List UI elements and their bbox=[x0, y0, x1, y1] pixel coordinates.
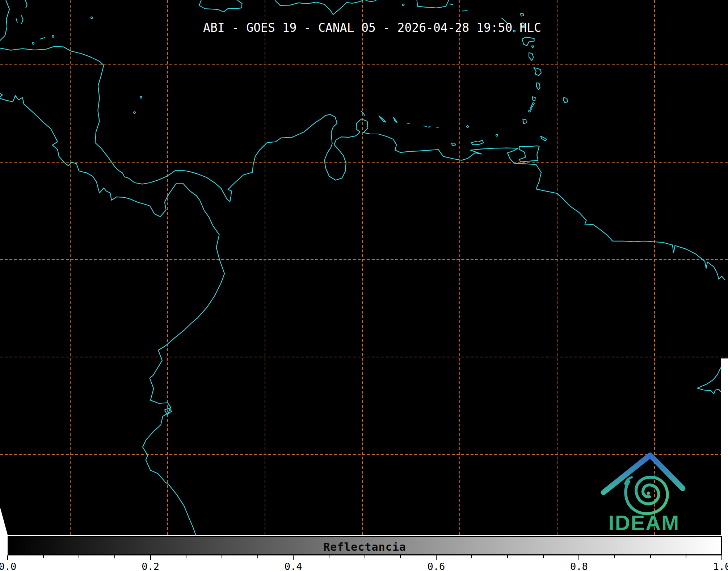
colorbar-minor-tick bbox=[114, 555, 115, 558]
colorbar-minor-tick bbox=[186, 555, 186, 558]
satellite-map: ABI - GOES 19 - CANAL 05 - 2026-04-28 19… bbox=[0, 0, 728, 571]
coastline-los-roques-a bbox=[424, 126, 427, 126]
colorbar-tick-label: 1.0 bbox=[713, 561, 728, 571]
colorbar-major-tick bbox=[7, 555, 8, 560]
colorbar-minor-tick bbox=[471, 555, 472, 558]
map-title: ABI - GOES 19 - CANAL 05 - 2026-04-28 19… bbox=[203, 21, 541, 35]
colorbar-minor-tick bbox=[43, 555, 44, 558]
colorbar-major-tick bbox=[578, 555, 579, 560]
colorbar-minor-tick bbox=[686, 555, 686, 558]
colorbar-minor-tick bbox=[329, 555, 329, 558]
colorbar-major-tick bbox=[436, 555, 437, 560]
colorbar-label: Reflectancia bbox=[9, 541, 721, 553]
logo-spiral-eye-icon bbox=[647, 492, 650, 495]
colorbar-tick-label: 0.4 bbox=[285, 561, 302, 571]
coastline-los-roques-b bbox=[428, 127, 430, 127]
colorbar-minor-tick bbox=[79, 555, 79, 558]
colorbar-minor-tick bbox=[222, 555, 222, 558]
colorbar-major-tick bbox=[293, 555, 294, 560]
colorbar-minor-tick bbox=[614, 555, 615, 558]
colorbar-tick-label: 0.2 bbox=[142, 561, 159, 571]
colorbar-tick-label: 0.6 bbox=[427, 561, 445, 571]
reflectance-colorbar: Reflectancia bbox=[8, 536, 722, 555]
colorbar-minor-tick bbox=[650, 555, 651, 558]
colorbar-tick-label: 0.0 bbox=[0, 561, 16, 571]
colorbar-minor-tick bbox=[543, 555, 544, 558]
colorbar-minor-tick bbox=[257, 555, 258, 558]
colorbar-minor-tick bbox=[400, 555, 401, 558]
satellite-image-viewport: ABI - GOES 19 - CANAL 05 - 2026-04-28 19… bbox=[0, 0, 728, 571]
coastline-st-croix bbox=[462, 11, 467, 11]
colorbar-minor-tick bbox=[365, 555, 365, 558]
colorbar-tick-label: 0.8 bbox=[570, 561, 588, 571]
colorbar-major-tick bbox=[150, 555, 151, 560]
colorbar-minor-tick bbox=[507, 555, 508, 558]
logo-wordmark: IDEAM bbox=[609, 511, 680, 534]
data-void-right bbox=[721, 358, 728, 535]
colorbar-major-tick bbox=[721, 555, 722, 560]
coastline-vieques bbox=[450, 4, 453, 4]
